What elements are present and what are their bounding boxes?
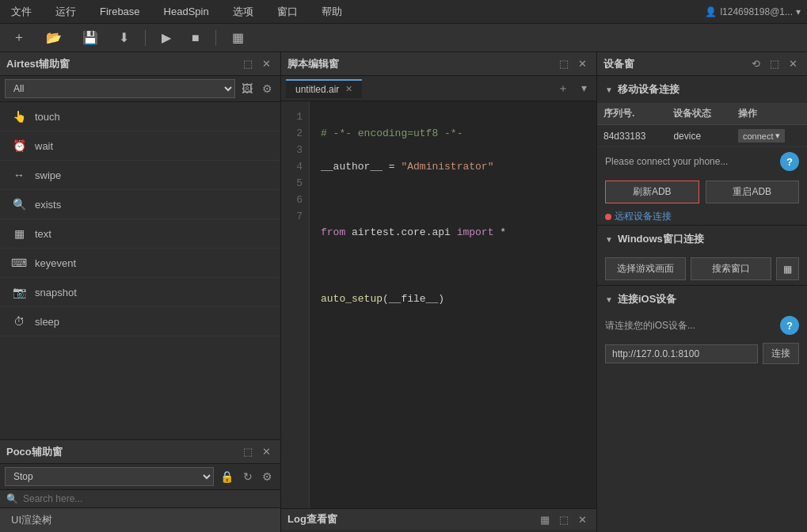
line-numbers: 1 2 3 4 5 6 7 [281,101,310,508]
mobile-arrow-icon: ▼ [605,86,613,94]
help-icon-ios[interactable]: ? [780,316,799,335]
device-status: device [667,125,732,147]
api-item-wait[interactable]: ⏰ wait [0,131,280,161]
airtest-filter-icon[interactable]: 🖼 [238,81,256,97]
left-panel: Airtest辅助窗 ⬚ ✕ All 🖼 ⚙ 👆 touch ⏰ wait [0,52,281,532]
poco-panel: Poco辅助窗 ⬚ ✕ Stop 🔒 ↻ ⚙ 🔍 UI渲染树 [0,439,280,532]
poco-tree-item-label: UI渲染树 [11,514,52,526]
menu-run[interactable]: 运行 [51,2,81,22]
poco-resize-btn[interactable]: ⬚ [240,445,256,458]
remote-device-link[interactable]: 远程设备连接 [597,208,807,225]
adb-refresh-btn[interactable]: 刷新ADB [605,180,699,203]
api-item-snapshot[interactable]: 📷 snapshot [0,278,280,307]
device-close-btn[interactable]: ✕ [786,57,801,70]
game-window-btn[interactable]: 选择游戏画面 [605,257,686,280]
api-item-keyevent[interactable]: ⌨ keyevent [0,249,280,278]
text-icon: ▦ [11,226,27,241]
connect-info-text: Please connect your phone... [605,156,774,167]
airtest-settings-icon[interactable]: ⚙ [259,81,276,97]
device-reset-icon[interactable]: ⟲ [748,57,763,70]
poco-close-btn[interactable]: ✕ [259,445,274,458]
device-row: 84d33183 device connect ▾ [597,125,807,147]
windows-icon-btn[interactable]: ▦ [776,257,799,280]
editor-panel-title: 脚本编辑窗 [287,57,339,71]
editor-tab-actions: ＋ ▾ [553,80,592,97]
toolbar-save-btn[interactable]: 💾 [78,28,103,47]
log-filter-icon[interactable]: ▦ [537,513,553,526]
poco-filter-bar: Stop 🔒 ↻ ⚙ [0,464,280,490]
adb-buttons-row: 刷新ADB 重启ADB [597,176,807,208]
username: l124698198@1... [720,6,793,17]
menu-file[interactable]: 文件 [6,2,36,22]
poco-mode-select[interactable]: Stop [5,467,214,486]
poco-panel-actions: ⬚ ✕ [240,445,274,458]
menu-help[interactable]: 帮助 [317,2,347,22]
airtest-close-btn[interactable]: ✕ [259,57,274,70]
windows-btns-row: 选择游戏画面 搜索窗口 ▦ [597,253,807,285]
log-panel-actions: ▦ ⬚ ✕ [537,513,590,526]
toolbar-grid-btn[interactable]: ▦ [227,28,249,47]
ios-url-input[interactable] [605,344,758,363]
api-item-swipe[interactable]: ↔ swipe [0,161,280,190]
toolbar-separator [145,30,146,46]
editor-tab-untitled[interactable]: untitled.air ✕ [286,79,362,98]
menu-window[interactable]: 窗口 [272,2,303,22]
airtest-panel-title: Airtest辅助窗 [6,57,70,71]
editor-panel-actions: ⬚ ✕ [556,57,590,70]
editor-close-btn[interactable]: ✕ [575,57,590,70]
airtest-panel-header: Airtest辅助窗 ⬚ ✕ [0,52,280,76]
windows-section-title: Windows窗口连接 [618,232,704,246]
ios-section-title: 连接iOS设备 [618,292,676,306]
ios-section-header[interactable]: ▼ 连接iOS设备 [597,286,807,313]
connect-dropdown-btn[interactable]: connect ▾ [738,129,785,142]
user-info[interactable]: 👤 l124698198@1... ▾ [705,6,801,17]
airtest-filter-bar: All 🖼 ⚙ [0,76,280,102]
code-editor[interactable]: 1 2 3 4 5 6 7 # -*- encoding=utf8 -*- __… [281,101,596,508]
wait-icon: ⏰ [11,138,27,154]
api-item-exists-label: exists [35,199,61,211]
log-panel-header: Log查看窗 ▦ ⬚ ✕ [281,509,596,530]
search-icon: 🔍 [6,493,18,504]
menu-firebase[interactable]: Firebase [95,2,145,21]
tab-close-btn[interactable]: ✕ [345,84,352,94]
connect-btn-label: connect [743,131,774,141]
help-icon-mobile[interactable]: ? [780,152,799,171]
poco-tree-item[interactable]: UI渲染树 [0,508,280,532]
poco-settings-icon[interactable]: ⚙ [259,469,276,484]
airtest-filter-select[interactable]: All [5,79,235,98]
toolbar-saveas-btn[interactable]: ⬇ [114,28,134,47]
adb-restart-btn[interactable]: 重启ADB [706,180,800,203]
poco-refresh-icon[interactable]: ↻ [240,469,256,484]
airtest-resize-btn[interactable]: ⬚ [240,57,256,70]
poco-lock-icon[interactable]: 🔒 [217,469,237,484]
menu-headspin[interactable]: HeadSpin [159,2,214,21]
ios-info-text: 请连接您的iOS设备... [605,319,774,332]
search-window-btn[interactable]: 搜索窗口 [691,257,771,280]
touch-icon: 👆 [11,108,27,124]
toolbar-run-btn[interactable]: ▶ [157,28,176,47]
editor-tab-bar: untitled.air ✕ ＋ ▾ [281,76,596,101]
editor-resize-btn[interactable]: ⬚ [556,57,572,70]
editor-panel-header: 脚本编辑窗 ⬚ ✕ [281,52,596,76]
airtest-api-list: 👆 touch ⏰ wait ↔ swipe 🔍 exists ▦ text ⌨ [0,102,280,439]
menu-options[interactable]: 选项 [228,2,258,22]
windows-section-header[interactable]: ▼ Windows窗口连接 [597,226,807,253]
device-resize-btn[interactable]: ⬚ [767,57,782,70]
poco-search-input[interactable] [23,493,274,504]
toolbar-new-btn[interactable]: ＋ [8,28,30,48]
api-item-sleep[interactable]: ⏱ sleep [0,307,280,336]
log-resize-btn[interactable]: ⬚ [556,513,572,526]
api-item-text[interactable]: ▦ text [0,219,280,249]
device-panel-title: 设备窗 [603,57,634,71]
mobile-section-header[interactable]: ▼ 移动设备连接 [597,76,807,103]
tab-list-btn[interactable]: ▾ [577,80,592,97]
api-item-touch[interactable]: 👆 touch [0,102,280,131]
log-close-btn[interactable]: ✕ [575,513,590,526]
toolbar-stop-btn[interactable]: ■ [187,29,204,47]
api-item-exists[interactable]: 🔍 exists [0,190,280,219]
right-panel: 设备窗 ⟲ ⬚ ✕ ▼ 移动设备连接 序列号. 设备状态 操作 [597,52,807,532]
toolbar-open-btn[interactable]: 📂 [41,28,67,47]
new-tab-btn[interactable]: ＋ [553,80,573,97]
code-content[interactable]: # -*- encoding=utf8 -*- __author__ = "Ad… [310,101,596,508]
ios-connect-btn[interactable]: 连接 [763,343,799,364]
